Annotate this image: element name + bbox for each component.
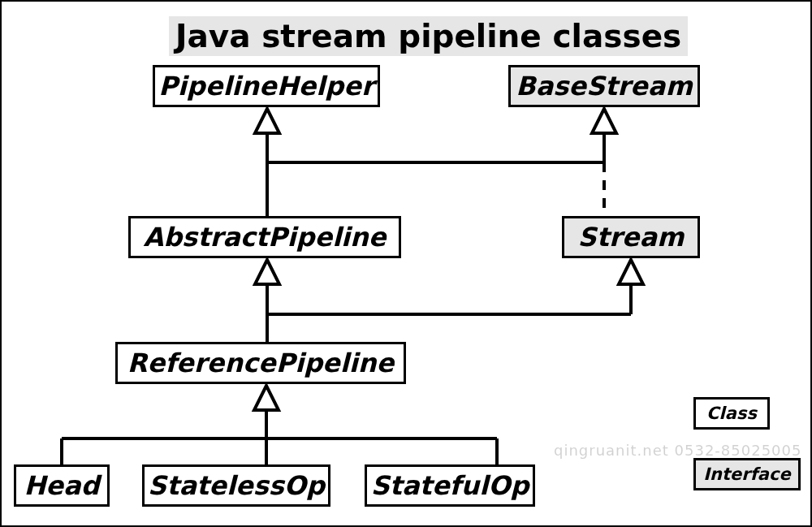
legend-label: Interface (703, 464, 790, 484)
node-label: StatefulOp (371, 470, 529, 501)
node-label: Stream (578, 222, 685, 253)
node-label: AbstractPipeline (143, 222, 386, 253)
node-stateless-op: StatelessOp (142, 464, 330, 507)
arrowhead-icon (592, 109, 616, 133)
arrowhead-icon (619, 260, 643, 284)
node-label: StatelessOp (148, 470, 325, 501)
arrowhead-icon (255, 109, 279, 133)
diagram-title: Java stream pipeline classes (169, 16, 688, 56)
node-stream: Stream (562, 216, 700, 258)
node-label: ReferencePipeline (127, 348, 394, 378)
node-pipeline-helper: PipelineHelper (153, 65, 380, 107)
node-head: Head (14, 464, 110, 507)
node-stateful-op: StatefulOp (365, 464, 535, 507)
node-reference-pipeline: ReferencePipeline (115, 342, 406, 384)
node-base-stream: BaseStream (508, 65, 700, 107)
watermark-text: qingruanit.net 0532-85025005 (554, 442, 801, 459)
legend-label: Class (706, 404, 757, 423)
legend-interface: Interface (693, 458, 801, 490)
legend-class: Class (693, 397, 770, 430)
arrowhead-icon (255, 260, 279, 284)
arrowhead-icon (254, 386, 279, 410)
node-abstract-pipeline: AbstractPipeline (128, 216, 401, 258)
node-label: Head (24, 470, 100, 501)
node-label: PipelineHelper (158, 71, 374, 102)
node-label: BaseStream (516, 71, 693, 102)
